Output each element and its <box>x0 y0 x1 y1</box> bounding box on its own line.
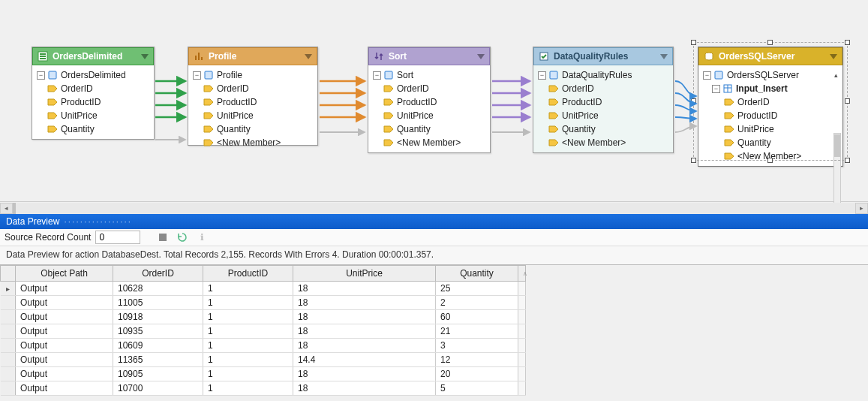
resize-handle[interactable] <box>845 98 850 104</box>
row-selector[interactable] <box>1 282 16 296</box>
scroll-thumb[interactable] <box>13 203 16 214</box>
grid-cell[interactable]: 21 <box>436 324 518 339</box>
grid-cell[interactable]: 10918 <box>113 310 203 324</box>
resize-handle[interactable] <box>691 40 696 45</box>
grid-cell[interactable]: 10700 <box>113 381 203 396</box>
chevron-up-icon[interactable]: ▴ <box>834 69 838 81</box>
grid-cell[interactable]: Output <box>16 296 113 310</box>
grid-cell[interactable]: 10628 <box>113 282 203 296</box>
grid-cell[interactable]: 5 <box>436 381 518 396</box>
chevron-down-icon[interactable] <box>477 54 485 59</box>
scroll-left-button[interactable]: ◂ <box>0 203 13 214</box>
node-scrollbar[interactable] <box>833 133 841 205</box>
member-row[interactable]: ProductID <box>703 109 838 122</box>
member-row[interactable]: Quantity <box>37 122 149 136</box>
grid-cell[interactable]: 1 <box>203 282 293 296</box>
node-header[interactable]: Sort <box>368 47 490 65</box>
member-row[interactable]: OrderID <box>538 82 668 95</box>
grid-cell[interactable]: 18 <box>293 282 436 296</box>
dataflow-canvas[interactable]: OrdersDelimited − OrdersDelimited OrderI… <box>0 0 868 201</box>
grid-cell[interactable]: Output <box>16 353 113 367</box>
grid-cell[interactable]: 1 <box>203 324 293 339</box>
col-header[interactable]: Object Path <box>16 266 113 282</box>
grid-cell[interactable]: 20 <box>436 367 518 381</box>
member-row[interactable]: Quantity <box>538 122 668 136</box>
node-data-quality-rules[interactable]: DataQualityRules − DataQualityRules Orde… <box>533 47 674 153</box>
grid-cell[interactable]: Output <box>16 324 113 339</box>
member-row[interactable]: UnitPrice <box>703 122 838 136</box>
col-header[interactable]: ProductID <box>203 266 293 282</box>
grid-cell[interactable]: 10905 <box>113 367 203 381</box>
grid-cell[interactable]: Output <box>16 381 113 396</box>
collapse-icon[interactable]: − <box>712 85 720 93</box>
node-header[interactable]: Profile <box>188 47 317 65</box>
tree-root-row[interactable]: − OrdersSQLServer ▴ <box>703 68 838 82</box>
collapse-icon[interactable]: − <box>703 71 711 80</box>
member-row[interactable]: ProductID <box>193 95 313 109</box>
grid-cell[interactable]: 25 <box>436 282 518 296</box>
tree-root-row[interactable]: − Sort <box>373 68 485 82</box>
member-row-new[interactable]: <New Member> ▾ <box>703 149 838 163</box>
collapse-icon[interactable]: − <box>37 71 45 80</box>
member-row[interactable]: Quantity <box>373 122 485 136</box>
member-row[interactable]: ProductID <box>37 95 149 109</box>
grid-cell[interactable]: 60 <box>436 310 518 324</box>
member-row[interactable]: UnitPrice <box>193 109 313 122</box>
tree-root-row[interactable]: − OrdersDelimited <box>37 68 149 82</box>
node-profile[interactable]: Profile − Profile OrderID ProductID Unit… <box>188 47 318 146</box>
member-row-new[interactable]: <New Member> <box>373 136 485 149</box>
resize-handle[interactable] <box>845 158 850 163</box>
grid-row[interactable]: Output1090511820 <box>1 367 526 381</box>
scroll-track[interactable] <box>13 203 855 214</box>
member-row[interactable]: OrderID <box>37 82 149 95</box>
grid-cell[interactable]: 18 <box>293 339 436 353</box>
row-selector[interactable] <box>1 296 16 310</box>
row-selector[interactable] <box>1 310 16 324</box>
row-selector[interactable] <box>1 381 16 396</box>
grid-cell[interactable]: 18 <box>293 324 436 339</box>
grid-cell[interactable]: Output <box>16 367 113 381</box>
member-row[interactable]: UnitPrice <box>37 109 149 122</box>
row-selector[interactable] <box>1 324 16 339</box>
source-record-count-input[interactable] <box>95 231 140 244</box>
member-row[interactable]: ProductID <box>538 95 668 109</box>
grid-cell[interactable]: 1 <box>203 381 293 396</box>
member-row[interactable]: OrderID <box>703 95 838 109</box>
grid-cell[interactable]: Output <box>16 310 113 324</box>
grid-cell[interactable]: 1 <box>203 353 293 367</box>
chevron-down-icon[interactable] <box>141 54 149 59</box>
member-row[interactable]: UnitPrice <box>373 109 485 122</box>
grid-row[interactable]: Output1093511821 <box>1 324 526 339</box>
node-orders-delimited[interactable]: OrdersDelimited − OrdersDelimited OrderI… <box>32 47 155 140</box>
grid-cell[interactable]: 1 <box>203 367 293 381</box>
refresh-button[interactable] <box>175 231 190 244</box>
member-row[interactable]: Quantity <box>703 136 838 149</box>
member-row[interactable]: OrderID <box>193 82 313 95</box>
grid-cell[interactable]: 18 <box>293 310 436 324</box>
grid-cell[interactable]: 1 <box>203 296 293 310</box>
stop-button[interactable] <box>155 231 170 244</box>
node-header[interactable]: OrdersSQLServer <box>698 47 842 65</box>
col-header[interactable]: Quantity <box>436 266 518 282</box>
node-header[interactable]: DataQualityRules <box>533 47 673 65</box>
collapse-icon[interactable]: − <box>373 71 381 80</box>
preview-grid[interactable]: Object Path OrderID ProductID UnitPrice … <box>0 264 868 396</box>
row-selector[interactable] <box>1 353 16 367</box>
member-row[interactable]: Quantity <box>193 122 313 136</box>
resize-handle[interactable] <box>845 40 850 45</box>
grid-row[interactable]: Output1091811860 <box>1 310 526 324</box>
grid-cell[interactable]: 10935 <box>113 324 203 339</box>
grid-cell[interactable]: 10609 <box>113 339 203 353</box>
member-row-new[interactable]: <New Member> <box>538 136 668 149</box>
grid-cell[interactable]: Output <box>16 339 113 353</box>
collapse-icon[interactable]: − <box>193 71 201 80</box>
grid-cell[interactable]: 18 <box>293 367 436 381</box>
resize-handle[interactable] <box>691 98 696 104</box>
grid-cell[interactable]: 3 <box>436 339 518 353</box>
node-sort[interactable]: Sort − Sort OrderID ProductID UnitPrice … <box>368 47 491 153</box>
chevron-down-icon[interactable] <box>660 54 668 59</box>
grid-cell[interactable]: 2 <box>436 296 518 310</box>
chevron-down-icon[interactable] <box>830 54 837 59</box>
info-button[interactable]: ℹ <box>194 231 209 244</box>
grid-cell[interactable]: 1 <box>203 310 293 324</box>
